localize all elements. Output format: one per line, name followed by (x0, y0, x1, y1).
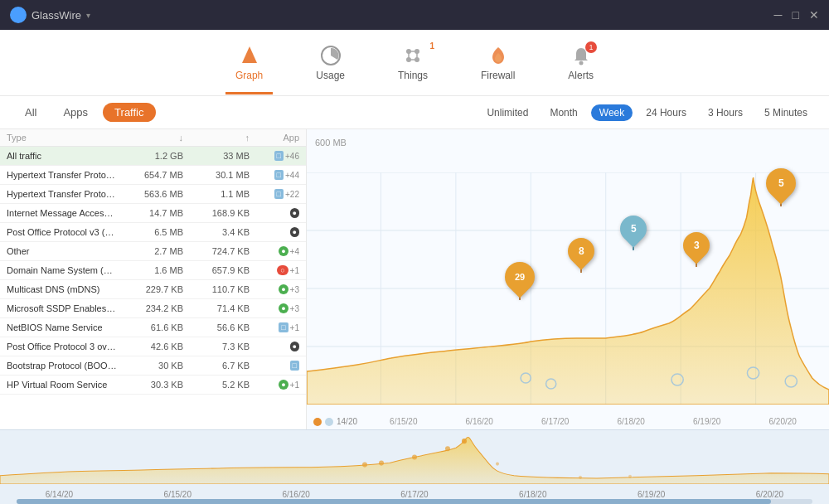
table-row[interactable]: Bootstrap Protocol (BOOTP) 30 KB 6.7 KB … (0, 356, 306, 376)
col-down: ↓ (117, 133, 183, 143)
chart-area: 600 MB (307, 129, 829, 429)
chart-date-label: 6/15/20 (390, 417, 417, 426)
time-month[interactable]: Month (541, 104, 585, 121)
row-app: ● +3 (250, 303, 299, 313)
mini-date: 6/19/20 (638, 490, 665, 499)
firewall-icon (487, 45, 509, 66)
svg-point-31 (496, 463, 499, 466)
things-count: 1 (429, 41, 434, 51)
mini-date: 6/17/20 (400, 490, 428, 499)
nav-usage-label: Usage (316, 70, 345, 81)
titlebar-left: GlassWire ▾ (10, 7, 90, 23)
window-controls: ─ □ ✕ (774, 8, 819, 22)
table-row[interactable]: All traffic 1.2 GB 33 MB □ +46 (0, 147, 306, 166)
legend-dot-blue (325, 418, 333, 426)
row-type: All traffic (7, 151, 117, 161)
filter-left: All Apps Traffic (13, 103, 478, 122)
row-type: Microsoft SSDP Enables discovery of U... (7, 303, 117, 313)
filter-traffic[interactable]: Traffic (103, 103, 155, 122)
row-up: 56.6 KB (183, 322, 250, 332)
table-row[interactable]: Hypertext Transfer Protocol over SSL/T..… (0, 166, 306, 185)
app-logo (10, 7, 27, 23)
time-unlimited[interactable]: Unlimited (478, 104, 536, 121)
svg-marker-0 (242, 46, 257, 63)
row-down: 563.6 MB (117, 189, 183, 199)
col-app: App (250, 133, 299, 143)
table-row[interactable]: Post Office Protocol v3 (POP3) 6.5 MB 3.… (0, 223, 306, 242)
row-down: 1.6 MB (117, 265, 183, 275)
mini-date: 6/16/20 (282, 490, 309, 499)
nav-graph[interactable]: Graph (225, 38, 273, 88)
nav-things-label: Things (398, 70, 428, 81)
svg-point-30 (462, 439, 467, 443)
marker-29: 29 (505, 262, 535, 300)
time-week[interactable]: Week (591, 104, 633, 121)
chart-date-label: 6/20/20 (769, 417, 797, 426)
filter-apps[interactable]: Apps (51, 103, 99, 122)
row-app: ● +4 (250, 246, 299, 256)
maximize-button[interactable]: □ (793, 8, 799, 22)
chart-markers: 29 8 5 (307, 129, 829, 405)
row-down: 14.7 MB (117, 208, 183, 218)
table-row[interactable]: Post Office Protocol 3 over TLS/SSL (P..… (0, 337, 306, 356)
row-up: 6.7 KB (183, 361, 250, 371)
nav-things[interactable]: 1 Things (388, 38, 438, 88)
table-row[interactable]: Multicast DNS (mDNS) 229.7 KB 110.7 KB ●… (0, 280, 306, 299)
table-header: Type ↓ ↑ App (0, 129, 306, 147)
nav-alerts[interactable]: 1 Alerts (558, 38, 604, 88)
row-down: 1.2 GB (117, 151, 183, 161)
col-type: Type (7, 133, 117, 143)
table-row[interactable]: Internet Message Access Protocol over ..… (0, 204, 306, 223)
nav-firewall[interactable]: Firewall (471, 38, 525, 88)
marker-8: 8 (568, 238, 594, 273)
filter-all[interactable]: All (13, 103, 48, 122)
mini-date: 6/15/20 (164, 490, 191, 499)
table-row[interactable]: HP Virtual Room Service 30.3 KB 5.2 KB ●… (0, 376, 306, 395)
time-5min[interactable]: 5 Minutes (756, 104, 816, 121)
row-up: 1.1 MB (183, 189, 250, 199)
row-app: □ +46 (250, 151, 299, 161)
mini-chart: 6/14/20 6/15/20 6/16/20 6/17/20 6/18/20 … (0, 429, 829, 504)
row-type: Post Office Protocol v3 (POP3) (7, 227, 117, 237)
close-button[interactable]: ✕ (809, 8, 819, 22)
table-row[interactable]: Hypertext Transfer Protocol (HTTP) 563.6… (0, 185, 306, 204)
row-up: 168.9 KB (183, 208, 250, 218)
row-app: ○ +1 (250, 265, 299, 275)
titlebar-chevron-icon[interactable]: ▾ (86, 11, 90, 20)
nav-firewall-label: Firewall (481, 70, 515, 81)
scrollbar-thumb[interactable] (17, 499, 771, 504)
table-row[interactable]: Other 2.7 MB 724.7 KB ● +4 (0, 242, 306, 261)
row-type: Hypertext Transfer Protocol over SSL/T..… (7, 170, 117, 180)
row-up: 33 MB (183, 151, 250, 161)
row-up: 5.2 KB (183, 380, 250, 390)
table-row[interactable]: Microsoft SSDP Enables discovery of U...… (0, 299, 306, 318)
row-up: 7.3 KB (183, 342, 250, 351)
row-type: Bootstrap Protocol (BOOTP) (7, 361, 117, 371)
traffic-table: Type ↓ ↑ App All traffic 1.2 GB 33 MB □ … (0, 129, 307, 429)
chart-dates: 14/20 6/15/20 6/16/20 6/17/20 6/18/20 6/… (307, 417, 829, 426)
row-app: ● (250, 227, 299, 237)
row-down: 61.6 KB (117, 322, 183, 332)
row-type: HP Virtual Room Service (7, 380, 117, 390)
row-down: 229.7 KB (117, 284, 183, 294)
filterbar: All Apps Traffic Unlimited Month Week 24… (0, 96, 829, 129)
titlebar: GlassWire ▾ ─ □ ✕ (0, 0, 829, 30)
nav-usage[interactable]: Usage (306, 38, 355, 88)
col-up: ↑ (183, 133, 250, 143)
chart-date-label: 6/18/20 (618, 417, 645, 426)
row-up: 724.7 KB (183, 246, 250, 256)
time-24h[interactable]: 24 Hours (638, 104, 695, 121)
mini-date: 6/18/20 (519, 490, 546, 499)
graph-icon (239, 45, 260, 66)
mini-date: 6/14/20 (46, 490, 73, 499)
row-down: 42.6 KB (117, 342, 183, 351)
scrollbar-track[interactable] (17, 499, 812, 504)
minimize-button[interactable]: ─ (774, 8, 783, 22)
row-down: 2.7 MB (117, 246, 183, 256)
table-row[interactable]: NetBIOS Name Service 61.6 KB 56.6 KB □ +… (0, 318, 306, 337)
nav-graph-label: Graph (235, 70, 263, 81)
svg-point-33 (628, 475, 632, 478)
row-down: 30.3 KB (117, 380, 183, 390)
table-row[interactable]: Domain Name System (DNS) 1.6 MB 657.9 KB… (0, 261, 306, 280)
time-3h[interactable]: 3 Hours (700, 104, 751, 121)
